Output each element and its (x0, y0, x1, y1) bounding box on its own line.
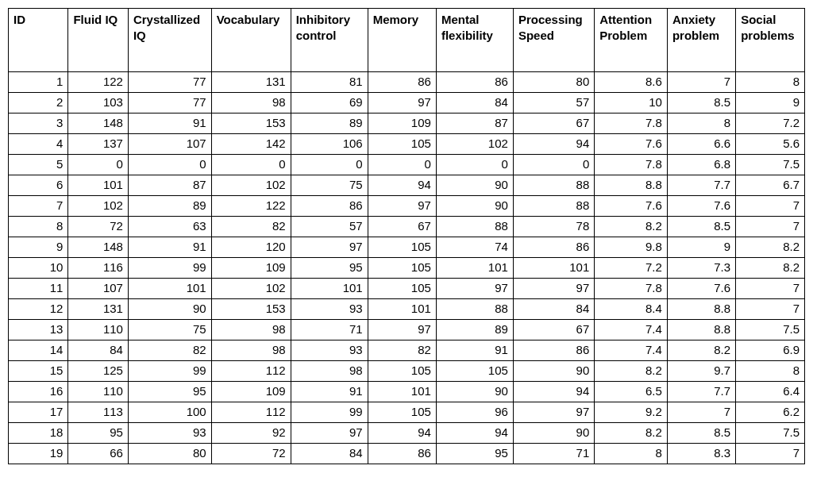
table-cell: 71 (291, 320, 368, 340)
table-row: 18959392979494908.28.57.5 (9, 423, 805, 444)
table-cell: 69 (291, 93, 368, 113)
table-cell: 131 (68, 299, 128, 320)
table-cell: 10 (9, 258, 68, 279)
table-cell: 9.2 (595, 402, 668, 423)
table-cell: 105 (368, 134, 436, 155)
table-cell: 67 (368, 217, 436, 237)
table-cell: 84 (513, 299, 594, 320)
table-cell: 81 (291, 72, 368, 93)
header-cryst: Crystallized IQ (128, 9, 211, 72)
table-row: 151259911298105105908.29.78 (9, 361, 805, 382)
table-row: 12131901539310188848.48.87 (9, 299, 805, 320)
table-cell: 93 (291, 340, 368, 361)
table-row: 8726382576788788.28.57 (9, 217, 805, 237)
table-cell: 7 (736, 279, 805, 299)
table-cell: 0 (368, 155, 436, 175)
table-cell: 109 (368, 113, 436, 134)
table-cell: 11 (9, 279, 68, 299)
table-cell: 8.5 (667, 93, 735, 113)
header-id: ID (9, 9, 68, 72)
table-cell: 8.3 (667, 444, 735, 464)
table-cell: 7.7 (667, 175, 735, 196)
table-cell: 110 (68, 320, 128, 340)
table-cell: 8.2 (736, 258, 805, 279)
table-cell: 89 (436, 320, 513, 340)
table-cell: 7 (9, 196, 68, 217)
table-cell: 102 (211, 175, 291, 196)
table-cell: 112 (211, 402, 291, 423)
table-row: 14848298938291867.48.26.9 (9, 340, 805, 361)
table-cell: 66 (68, 444, 128, 464)
table-cell: 75 (291, 175, 368, 196)
table-cell: 72 (211, 444, 291, 464)
table-cell: 101 (368, 299, 436, 320)
table-cell: 98 (211, 340, 291, 361)
table-cell: 142 (211, 134, 291, 155)
table-cell: 7.6 (667, 196, 735, 217)
table-cell: 113 (68, 402, 128, 423)
table-cell: 0 (68, 155, 128, 175)
table-cell: 105 (368, 279, 436, 299)
table-cell: 98 (211, 320, 291, 340)
table-cell: 94 (436, 423, 513, 444)
table-cell: 122 (211, 196, 291, 217)
data-table: ID Fluid IQ Crystallized IQ Vocabulary I… (8, 8, 805, 464)
table-cell: 8 (595, 444, 668, 464)
table-cell: 97 (291, 237, 368, 258)
table-cell: 6.4 (736, 382, 805, 402)
table-cell: 57 (513, 93, 594, 113)
table-cell: 101 (368, 382, 436, 402)
table-cell: 109 (211, 258, 291, 279)
table-cell: 90 (128, 299, 211, 320)
table-cell: 105 (368, 402, 436, 423)
table-row: 610187102759490888.87.76.7 (9, 175, 805, 196)
header-attn: Attention Problem (595, 9, 668, 72)
table-cell: 5.6 (736, 134, 805, 155)
table-row: 9148911209710574869.898.2 (9, 237, 805, 258)
table-cell: 6 (9, 175, 68, 196)
table-cell: 7 (736, 299, 805, 320)
table-row: 1110710110210110597977.87.67 (9, 279, 805, 299)
table-cell: 5 (9, 155, 68, 175)
table-cell: 101 (128, 279, 211, 299)
table-cell: 101 (436, 258, 513, 279)
table-cell: 6.9 (736, 340, 805, 361)
table-cell: 7.2 (736, 113, 805, 134)
table-cell: 7.4 (595, 340, 668, 361)
table-cell: 97 (513, 402, 594, 423)
table-cell: 0 (513, 155, 594, 175)
table-cell: 7 (667, 72, 735, 93)
table-row: 16110951099110190946.57.76.4 (9, 382, 805, 402)
table-cell: 6.8 (667, 155, 735, 175)
table-cell: 109 (211, 382, 291, 402)
table-cell: 105 (368, 237, 436, 258)
table-cell: 98 (211, 93, 291, 113)
table-cell: 10 (595, 93, 668, 113)
table-cell: 2 (9, 93, 68, 113)
table-cell: 19 (9, 444, 68, 464)
table-cell: 105 (368, 258, 436, 279)
table-cell: 8.2 (736, 237, 805, 258)
table-cell: 9 (9, 237, 68, 258)
table-row: 4137107142106105102947.66.65.6 (9, 134, 805, 155)
table-cell: 9.8 (595, 237, 668, 258)
table-cell: 94 (513, 134, 594, 155)
table-cell: 6.6 (667, 134, 735, 155)
table-cell: 148 (68, 113, 128, 134)
table-row: 710289122869790887.67.67 (9, 196, 805, 217)
table-cell: 7.8 (595, 113, 668, 134)
table-cell: 93 (128, 423, 211, 444)
header-inhib: Inhibitory control (291, 9, 368, 72)
table-cell: 93 (291, 299, 368, 320)
table-cell: 7.6 (667, 279, 735, 299)
table-cell: 153 (211, 299, 291, 320)
table-cell: 86 (513, 237, 594, 258)
table-cell: 72 (68, 217, 128, 237)
table-cell: 95 (436, 444, 513, 464)
table-cell: 95 (68, 423, 128, 444)
table-cell: 137 (68, 134, 128, 155)
table-cell: 82 (368, 340, 436, 361)
table-cell: 9 (736, 93, 805, 113)
table-cell: 120 (211, 237, 291, 258)
table-cell: 82 (211, 217, 291, 237)
